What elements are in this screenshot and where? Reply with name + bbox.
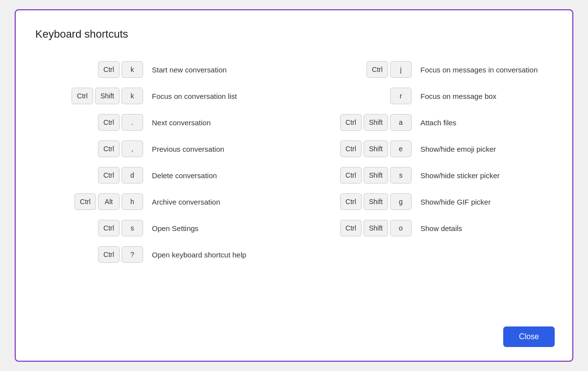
shortcut-row: CtrlsOpen Settings — [35, 215, 284, 241]
shortcut-row: CtrlkStart new conversation — [35, 56, 284, 83]
close-button[interactable]: Close — [503, 326, 555, 347]
key-badge: j — [390, 61, 412, 78]
shortcut-description: Open Settings — [152, 224, 284, 232]
key-badge: k — [122, 61, 143, 78]
keys-area: CtrlShifte — [304, 140, 412, 157]
key-badge: e — [390, 140, 412, 157]
key-badge: g — [390, 193, 412, 210]
shortcut-row: Ctrl.Next conversation — [35, 109, 284, 136]
key-badge: Ctrl — [72, 88, 93, 104]
key-badge: , — [122, 140, 143, 157]
keys-area: Ctrlk — [35, 61, 143, 78]
shortcut-description: Show/hide sticker picker — [420, 171, 553, 180]
shortcut-row: CtrljFocus on messages in conversation — [304, 56, 553, 83]
keys-area: Ctrl, — [35, 140, 143, 157]
shortcut-row: CtrlShifteShow/hide emoji picker — [304, 136, 553, 162]
shortcut-description: Show/hide GIF picker — [420, 198, 553, 206]
keys-area: CtrlShiftk — [35, 88, 143, 104]
key-badge: Ctrl — [98, 61, 120, 78]
key-badge: . — [122, 114, 143, 131]
shortcut-row: CtrlShiftkFocus on conversation list — [35, 83, 284, 109]
keys-area: Ctrld — [35, 167, 143, 184]
shortcut-description: Focus on message box — [420, 92, 553, 100]
key-badge: Shift — [364, 193, 388, 210]
key-badge: Shift — [364, 167, 388, 184]
key-badge: Ctrl — [98, 167, 120, 184]
key-badge: Shift — [364, 140, 388, 157]
key-badge: Ctrl — [98, 114, 120, 131]
key-badge: a — [390, 114, 412, 131]
shortcut-row: CtrlAlthArchive conversation — [35, 188, 284, 215]
keys-area: r — [304, 88, 412, 104]
shortcut-description: Attach files — [420, 118, 553, 127]
shortcuts-right-column: CtrljFocus on messages in conversationrF… — [304, 56, 553, 268]
key-badge: Ctrl — [340, 167, 362, 184]
shortcut-row: CtrlShiftgShow/hide GIF picker — [304, 188, 553, 215]
shortcut-row: rFocus on message box — [304, 83, 553, 109]
shortcut-row: Ctrl?Open keyboard shortcut help — [35, 241, 284, 268]
key-badge: Ctrl — [340, 220, 362, 236]
key-badge: r — [390, 88, 412, 104]
key-badge: Shift — [364, 220, 388, 236]
keys-area: Ctrl. — [35, 114, 143, 131]
key-badge: Ctrl — [367, 61, 388, 78]
key-badge: ? — [122, 246, 143, 263]
key-badge: Ctrl — [340, 193, 362, 210]
shortcut-description: Previous conversation — [152, 145, 284, 153]
keyboard-shortcuts-dialog: Keyboard shortcuts CtrlkStart new conver… — [15, 9, 573, 362]
shortcut-row: CtrldDelete conversation — [35, 162, 284, 188]
shortcut-description: Archive conversation — [152, 198, 284, 206]
key-badge: Shift — [95, 88, 120, 104]
shortcut-row: CtrlShiftsShow/hide sticker picker — [304, 162, 553, 188]
keys-area: CtrlShiftg — [304, 193, 412, 210]
keys-area: Ctrls — [35, 220, 143, 236]
key-badge: Ctrl — [98, 246, 120, 263]
shortcut-description: Show/hide emoji picker — [420, 145, 553, 153]
shortcut-description: Show details — [420, 224, 553, 232]
shortcut-description: Next conversation — [152, 118, 284, 127]
key-badge: Ctrl — [98, 140, 120, 157]
key-badge: s — [390, 167, 412, 184]
key-badge: k — [122, 88, 143, 104]
key-badge: Ctrl — [340, 140, 362, 157]
key-badge: s — [122, 220, 143, 236]
shortcut-row: Ctrl,Previous conversation — [35, 136, 284, 162]
shortcut-row: CtrlShiftaAttach files — [304, 109, 553, 136]
shortcut-description: Start new conversation — [152, 66, 284, 74]
keys-area: CtrlShifto — [304, 220, 412, 236]
shortcut-description: Focus on conversation list — [152, 92, 284, 100]
keys-area: CtrlShifta — [304, 114, 412, 131]
key-badge: Ctrl — [98, 220, 120, 236]
key-badge: h — [122, 193, 143, 210]
key-badge: Ctrl — [340, 114, 362, 131]
key-badge: o — [390, 220, 412, 236]
dialog-title: Keyboard shortcuts — [35, 28, 553, 41]
shortcut-description: Delete conversation — [152, 171, 284, 180]
shortcut-description: Focus on messages in conversation — [420, 66, 553, 74]
shortcuts-left-column: CtrlkStart new conversationCtrlShiftkFoc… — [35, 56, 284, 268]
keys-area: CtrlShifts — [304, 167, 412, 184]
key-badge: Ctrl — [74, 193, 96, 210]
keys-area: CtrlAlth — [35, 193, 143, 210]
keys-area: Ctrl? — [35, 246, 143, 263]
key-badge: Shift — [364, 114, 388, 131]
keys-area: Ctrlj — [304, 61, 412, 78]
shortcuts-grid: CtrlkStart new conversationCtrlShiftkFoc… — [35, 56, 553, 268]
key-badge: d — [122, 167, 143, 184]
shortcut-row: CtrlShiftoShow details — [304, 215, 553, 241]
key-badge: Alt — [98, 193, 120, 210]
shortcut-description: Open keyboard shortcut help — [152, 251, 284, 259]
